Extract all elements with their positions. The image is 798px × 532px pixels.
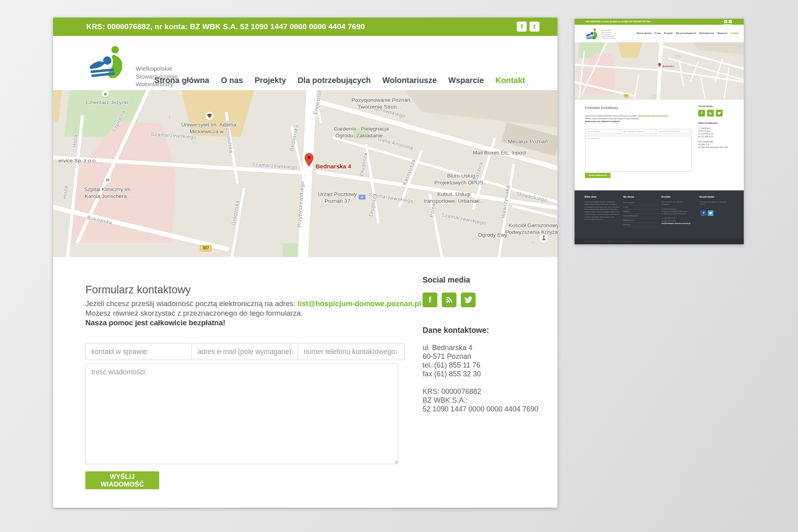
nav-item-kontakt[interactable]: Kontakt bbox=[496, 76, 525, 85]
twitter-bird-glyph bbox=[464, 296, 472, 304]
contact-line: 52 1090 1447 0000 0000 4404 7690 bbox=[423, 405, 538, 413]
footer-email: list@hospicjum-domowe.poznan.pl bbox=[662, 222, 698, 225]
logo-icon[interactable] bbox=[89, 45, 130, 81]
poi-label-hospital: Szpital Kliniczny im. Karola Jonschera..… bbox=[77, 186, 139, 200]
footer-col1-title: Kilka słów bbox=[585, 196, 596, 198]
nav-item: Strona główna bbox=[636, 32, 652, 34]
street-label: Hoża bbox=[61, 185, 69, 199]
twitter-icon[interactable]: t bbox=[529, 22, 539, 32]
nav-item: Wolontariusze bbox=[699, 32, 715, 34]
road bbox=[700, 77, 705, 99]
facebook-icon[interactable]: f bbox=[517, 22, 527, 32]
main-page: KRS: 0000076882, nr konta: BZ WBK S.A. 5… bbox=[53, 18, 557, 508]
intro-line-2: Możesz również skorzystać z przeznaczone… bbox=[85, 309, 421, 318]
street-label: Długosza bbox=[358, 152, 368, 176]
nav-item-projekty[interactable]: Projekty bbox=[255, 76, 286, 85]
subject-input[interactable] bbox=[85, 343, 192, 360]
intro-bold-line: Nasza pomoc jest całkowicie bezpłatna! bbox=[585, 120, 668, 123]
nav-item-dla-potrzebujacych[interactable]: Dla potrzebujących bbox=[298, 76, 371, 85]
footer-social-text: Jesteśmy także obecni na facebook i twit… bbox=[699, 201, 737, 206]
phone-input[interactable] bbox=[298, 343, 405, 360]
social-media-heading: Social media bbox=[698, 105, 712, 107]
twitter-icon bbox=[708, 210, 713, 216]
twitter-bird-glyph bbox=[717, 111, 721, 115]
contact-line: fax (61) 855 32 30 bbox=[698, 135, 713, 138]
footer-col3-title: Kontakt bbox=[662, 196, 670, 198]
poi-line: transportowe. Urbaniak... bbox=[421, 198, 487, 204]
poi-line: Podwyższenia Krzyża... bbox=[505, 229, 557, 235]
poi-label-kosciol: Kościół Garnizonowy Podwyższenia Krzyża.… bbox=[505, 222, 557, 235]
contact-line: 52 1090 1447 0000 0000 4404 7690 bbox=[698, 146, 728, 149]
footer-link: Dla potrzebujących bbox=[623, 214, 658, 218]
email-link: list@hospicjum-domowe.poznan.pl bbox=[638, 115, 668, 117]
poi-line: Kościół Garnizonowy bbox=[505, 222, 557, 229]
rss-icon[interactable] bbox=[442, 293, 456, 307]
rss-glyph bbox=[709, 111, 712, 115]
footer-col2-title: Na skróty bbox=[623, 196, 634, 198]
email-link[interactable]: list@hospicjum-domowe.poznan.pl bbox=[298, 299, 421, 308]
facebook-icon[interactable]: f bbox=[423, 293, 437, 307]
intro-line-1: Jeżeli chcesz prześlij wiadomość pocztą … bbox=[85, 299, 421, 309]
poi-line: ...ervice Sp. z o.o. bbox=[54, 157, 97, 164]
thumb-krs-line: KRS: 0000076882, nr konta: BZ WBK S.A. 5… bbox=[586, 21, 650, 23]
poi-label-pozycjonowanie: Pozycjonowanie Poznań, Tworzenie Stron..… bbox=[352, 97, 407, 110]
hospital-icon: H bbox=[104, 176, 111, 184]
nav-item: Wsparcie bbox=[717, 32, 727, 34]
contact-line: ul. Bednarska 4 bbox=[423, 343, 481, 352]
twitter-icon[interactable] bbox=[461, 293, 476, 307]
contact-bank-block: KRS: 0000076882 BZ WBK S.A.: 52 1090 144… bbox=[423, 387, 538, 413]
google-map[interactable]: Hoża Szpitalna Szamarzewskiego Szamotuls… bbox=[53, 90, 557, 257]
footer-link: O nas bbox=[623, 205, 658, 210]
map-marker-icon bbox=[658, 63, 661, 67]
message-textarea[interactable] bbox=[85, 364, 398, 464]
logo-icon bbox=[586, 28, 600, 40]
oneway-arrow: ↓ bbox=[474, 218, 477, 225]
road-number-badge: 307 bbox=[624, 94, 629, 97]
poi-label-biuro: Biuro Usług Projektowych OPUS... bbox=[432, 172, 490, 186]
map-marker-icon[interactable] bbox=[304, 153, 314, 166]
poi-label-gardenia: Gardenia - Pielęgnacja Ogrodu, Zakładani… bbox=[332, 125, 390, 139]
nav-item-wolontariusze[interactable]: Wolontariusze bbox=[382, 76, 437, 85]
poi-line: Poznań 37 bbox=[316, 198, 358, 204]
nav-item-o-nas[interactable]: O nas bbox=[221, 76, 243, 85]
page-thumbnail[interactable]: KRS: 0000076882, nr konta: BZ WBK S.A. 5… bbox=[575, 19, 744, 244]
footer-links: Strona główna O nas Projekty Dla potrzeb… bbox=[623, 201, 658, 227]
contact-line: tel. (61) 855 11 76 bbox=[698, 133, 713, 135]
poi-label-poczta: Urząd Pocztowy Poznań 37 bbox=[316, 191, 358, 204]
send-message-button: WYŚLIJ WIADOMOŚĆ bbox=[585, 173, 610, 178]
twitter-icon: t bbox=[729, 20, 732, 23]
intro-line-1: Jeżeli chcesz prześlij wiadomość pocztą … bbox=[585, 115, 668, 117]
contact-line: KRS: 0000076882 bbox=[698, 140, 728, 143]
marker-label: Bednarska 4 bbox=[316, 163, 351, 170]
poi-line: Cmentarz Jeżycki bbox=[77, 99, 137, 106]
nav-item-strona-glowna[interactable]: Strona główna bbox=[154, 76, 209, 85]
nav-item: O nas bbox=[655, 32, 661, 34]
contact-data-heading: Dane kontaktowe: bbox=[423, 326, 489, 335]
thumb-form-heading: Formularz kontaktowy bbox=[585, 106, 618, 110]
nav-item-wsparcie[interactable]: Wsparcie bbox=[448, 76, 484, 85]
form-heading: Formularz kontaktowy bbox=[85, 284, 191, 296]
road bbox=[668, 57, 744, 81]
brand-line: "Hospicjum Domowe" bbox=[601, 37, 616, 39]
contact-line: ul. Bednarska 4 bbox=[698, 127, 713, 130]
oneway-arrow: → bbox=[529, 238, 535, 245]
footer-link: Wsparcie bbox=[623, 223, 658, 227]
intro-text: Jeżeli chcesz prześlij wiadomość pocztą … bbox=[585, 115, 638, 117]
footer-link: Wolontariusze bbox=[623, 218, 658, 223]
poi-line: Mail Boxes Etc. Inpost bbox=[473, 149, 526, 156]
thumb-map: Bednarska 4 307 bbox=[575, 42, 744, 100]
footer-link: Projekty bbox=[623, 210, 658, 214]
send-message-button[interactable]: WYŚLIJ WIADOMOŚĆ bbox=[85, 471, 159, 489]
poi-line: Gardenia - Pielęgnacja bbox=[332, 125, 390, 132]
road bbox=[634, 75, 639, 99]
thumb-form-intro: Jeżeli chcesz prześlij wiadomość pocztą … bbox=[585, 115, 668, 123]
thumb-contact-address: ul. Bednarska 4 60-571 Poznań tel. (61) … bbox=[698, 127, 713, 138]
email-input[interactable] bbox=[192, 343, 298, 360]
poi-line: Ogrody Ewy bbox=[478, 231, 508, 238]
poi-label-service: ...ervice Sp. z o.o. bbox=[54, 157, 97, 164]
poi-line: Mickiewicza w... bbox=[179, 128, 239, 135]
nav-item: Projekty bbox=[664, 32, 673, 34]
poi-line: Pozycjonowanie Poznań, bbox=[352, 97, 407, 103]
thumb-contact-bank: KRS: 0000076882 BZ WBK S.A.: 52 1090 144… bbox=[698, 140, 728, 149]
poi-line: Projektowych OPUS... bbox=[432, 179, 490, 186]
